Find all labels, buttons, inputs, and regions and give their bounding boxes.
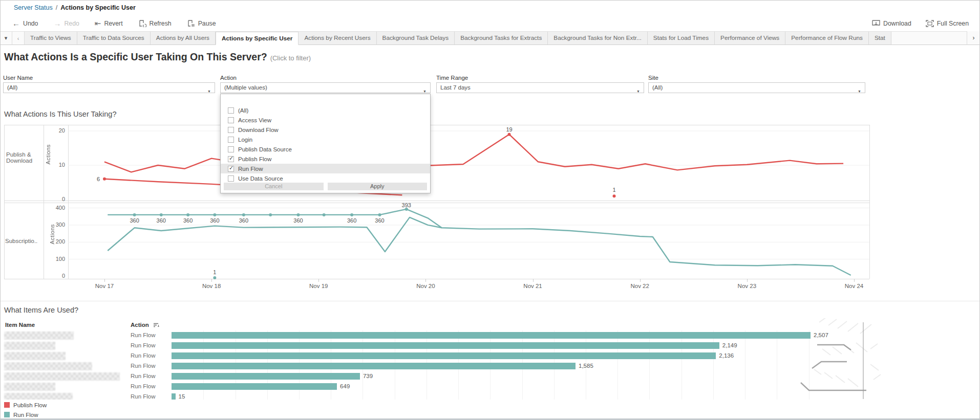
bar-649[interactable] xyxy=(172,383,337,390)
data-point-marker[interactable] xyxy=(350,213,353,216)
apply-button[interactable]: Apply xyxy=(328,183,428,190)
checkbox-download-flow[interactable] xyxy=(228,127,234,133)
sort-icon[interactable] xyxy=(153,323,159,328)
x-axis-label-nov-20: Nov 20 xyxy=(410,283,441,289)
data-point-label: 1 xyxy=(612,187,615,193)
data-point-marker[interactable] xyxy=(103,178,106,181)
flow-watermark xyxy=(799,318,888,400)
tab-performance-of-flow-runs[interactable]: Performance of Flow Runs xyxy=(785,32,869,45)
filter-select-action[interactable]: (Multiple values)▼ xyxy=(220,82,431,93)
data-point-marker[interactable] xyxy=(213,213,216,216)
bar-gridline xyxy=(713,330,714,400)
x-tick-mark xyxy=(854,279,855,282)
data-point-marker[interactable] xyxy=(269,213,272,216)
data-point-marker[interactable] xyxy=(508,133,511,136)
chart2-top-border xyxy=(4,203,869,203)
action-column-header[interactable]: Action xyxy=(131,322,149,328)
menu-item-label: (All) xyxy=(238,107,248,114)
data-point-marker[interactable] xyxy=(160,213,163,216)
data-point-label: 360 xyxy=(239,217,248,224)
tab-background-task-delays[interactable]: Background Task Delays xyxy=(377,32,455,45)
page-title[interactable]: What Actions Is a Specific User Taking O… xyxy=(4,51,311,63)
checkbox-publish-flow[interactable]: ✓ xyxy=(228,156,234,162)
bar-value-label: 739 xyxy=(363,373,373,379)
data-point-label: 1 xyxy=(213,269,216,275)
menu-item-label: Run Flow xyxy=(238,166,263,172)
filter-select-site[interactable]: (All)▼ xyxy=(648,82,865,93)
publish-download-line-chart[interactable]: 1961 xyxy=(68,127,869,201)
tab-background-tasks-for-extracts[interactable]: Background Tasks for Extracts xyxy=(455,32,548,45)
subscriptions-line-chart[interactable]: 3603603603603603603603603931 xyxy=(68,205,869,279)
menu-item-login[interactable]: Login xyxy=(221,135,430,144)
tab-traffic-to-data-sources[interactable]: Traffic to Data Sources xyxy=(77,32,151,45)
scroll-tabs-left-icon[interactable]: ‹ xyxy=(12,32,25,45)
tab-performance-of-views[interactable]: Performance of Views xyxy=(715,32,785,45)
tab-background-tasks-for-non-extr[interactable]: Background Tasks for Non Extr... xyxy=(548,32,648,45)
data-point-label: 360 xyxy=(375,217,384,224)
tab-traffic-to-views[interactable]: Traffic to Views xyxy=(25,32,77,45)
data-point-marker[interactable] xyxy=(323,213,326,216)
tab-actions-by-specific-user[interactable]: Actions by Specific User xyxy=(216,32,299,45)
y-tick-label: 300 xyxy=(48,222,65,228)
color-legend: Publish FlowRun Flow xyxy=(4,400,47,419)
bar-2-149[interactable] xyxy=(172,342,719,349)
tab-actions-by-all-users[interactable]: Actions by All Users xyxy=(151,32,216,45)
tab-stat[interactable]: Stat xyxy=(869,32,891,45)
checkbox-all[interactable] xyxy=(228,107,234,114)
sheet-list-caret-icon[interactable]: ▾ xyxy=(0,32,12,45)
download-button[interactable]: Download xyxy=(872,20,911,27)
checkbox-publish-data-source[interactable] xyxy=(228,146,234,152)
scroll-tabs-right-icon[interactable]: › xyxy=(967,31,980,45)
revert-button[interactable]: ⇤Revert xyxy=(95,19,123,27)
menu-item-access-view[interactable]: Access View xyxy=(221,115,430,125)
checkbox-login[interactable] xyxy=(228,137,234,143)
breadcrumb-current-page: Actions by Specific User xyxy=(60,4,136,11)
bar-15[interactable] xyxy=(172,393,176,400)
menu-item-run-flow[interactable]: ✓Run Flow xyxy=(221,164,430,173)
filter-select-user-name[interactable]: (All)▼ xyxy=(3,82,215,93)
action-cell: Run Flow xyxy=(131,352,156,359)
data-point-marker[interactable] xyxy=(378,213,381,216)
checkbox-access-view[interactable] xyxy=(228,117,234,123)
menu-item-download-flow[interactable]: Download Flow xyxy=(221,125,430,135)
menu-item-publish-flow[interactable]: ✓Publish Flow xyxy=(221,154,430,164)
data-point-marker[interactable] xyxy=(613,194,616,197)
sheet-tab-bar: ▾ ‹ Traffic to ViewsTraffic to Data Sour… xyxy=(0,31,980,45)
undo-button[interactable]: ←Undo xyxy=(12,19,38,27)
data-point-marker[interactable] xyxy=(297,213,300,216)
data-point-marker[interactable] xyxy=(242,213,245,216)
legend-item-publish-flow[interactable]: Publish Flow xyxy=(4,400,47,410)
data-point-marker[interactable] xyxy=(213,276,216,279)
refresh-button[interactable]: Refresh xyxy=(138,20,172,27)
bar-2-136[interactable] xyxy=(172,352,716,359)
menu-item-label: Publish Flow xyxy=(238,156,271,162)
pause-button[interactable]: Pause xyxy=(187,20,216,27)
menu-item-all[interactable]: (All) xyxy=(221,105,430,115)
y-tick-label: 0 xyxy=(48,273,65,279)
data-point-marker[interactable] xyxy=(186,213,189,216)
item-name-redacted xyxy=(4,331,74,340)
cancel-button[interactable]: Cancel xyxy=(224,183,324,190)
item-name-column-header[interactable]: Item Name xyxy=(5,322,35,328)
bar-739[interactable] xyxy=(172,373,360,380)
filter-select-time-range[interactable]: Last 7 days▼ xyxy=(436,82,644,93)
checkbox-use-data-source[interactable] xyxy=(228,175,234,182)
full-screen-button[interactable]: Full Screen xyxy=(926,20,969,27)
menu-item-publish-data-source[interactable]: Publish Data Source xyxy=(221,144,430,154)
menu-item-label: Publish Data Source xyxy=(238,146,292,152)
item-name-redacted xyxy=(4,372,120,381)
tab-actions-by-recent-users[interactable]: Actions by Recent Users xyxy=(299,32,376,45)
menu-item-use-data-source[interactable]: Use Data Source xyxy=(221,173,430,183)
legend-item-run-flow[interactable]: Run Flow xyxy=(4,410,47,419)
chart2-bottom-border xyxy=(4,279,869,279)
tab-stats-for-load-times[interactable]: Stats for Load Times xyxy=(648,32,715,45)
bar-1-585[interactable] xyxy=(172,363,576,369)
x-axis-label-nov-19: Nov 19 xyxy=(303,283,334,289)
checkbox-run-flow[interactable]: ✓ xyxy=(228,166,234,172)
line-series-publish-flow[interactable] xyxy=(104,135,843,172)
breadcrumb-server-status-link[interactable]: Server Status xyxy=(14,4,53,11)
data-point-marker[interactable] xyxy=(133,213,136,216)
data-point-label: 360 xyxy=(157,217,166,224)
redo-button[interactable]: →Redo xyxy=(53,19,79,27)
bar-2-507[interactable] xyxy=(172,332,811,339)
